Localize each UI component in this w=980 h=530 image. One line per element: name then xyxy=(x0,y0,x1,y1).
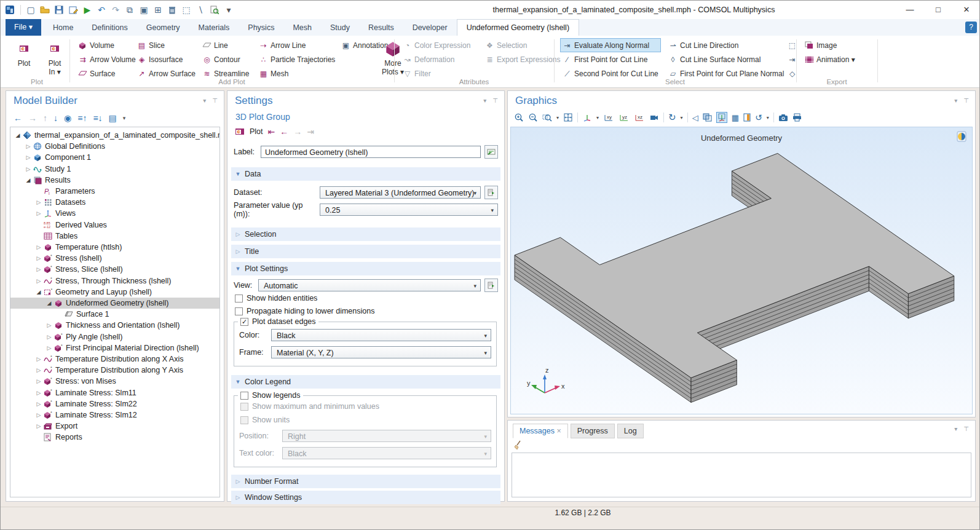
run-icon[interactable]: ▶ xyxy=(81,4,93,16)
section-color-legend[interactable]: ▼Color Legend xyxy=(231,375,500,389)
expand-icon[interactable]: ▷ xyxy=(35,390,42,396)
select-box-icon[interactable]: ⬚ xyxy=(180,4,192,16)
caret[interactable]: ▾ xyxy=(767,115,769,121)
expand-all-icon[interactable]: ≡↓ xyxy=(93,113,102,123)
tree-item-geometry-and-layup-lshell-[interactable]: ◢*Geometry and Layup (lshell) xyxy=(10,287,219,298)
move-down-icon[interactable]: ↓ xyxy=(53,113,58,123)
print-icon[interactable] xyxy=(792,113,802,122)
text-color-dropdown[interactable]: Black▾ xyxy=(282,447,491,459)
go-to-view-icon[interactable] xyxy=(484,279,498,292)
close-button[interactable]: ✕ xyxy=(952,1,980,19)
expand-icon[interactable]: ▷ xyxy=(35,244,42,250)
position-dropdown[interactable]: Right▾ xyxy=(282,430,491,442)
tab-geometry[interactable]: Geometry xyxy=(137,20,189,36)
ribbon-button-color-expression[interactable]: ◔Color Expression xyxy=(400,38,473,52)
reset-color-icon[interactable]: ↺ xyxy=(755,113,762,122)
model-tree-options-icon[interactable]: ▤ xyxy=(109,113,117,123)
expand-icon[interactable]: ▷ xyxy=(35,266,42,272)
ribbon-button-animation[interactable]: Animation ▾ xyxy=(802,52,858,66)
messages-tab-messages[interactable]: Messages × xyxy=(513,424,568,438)
tree-item-parameters[interactable]: PiParameters xyxy=(10,186,219,197)
show-units-checkbox[interactable]: Show units xyxy=(240,416,290,424)
tree-item-stress-von-mises[interactable]: ▷*Stress: von Mises xyxy=(10,376,219,387)
expand-icon[interactable]: ▷ xyxy=(25,143,32,149)
expand-icon[interactable]: ▷ xyxy=(35,423,42,429)
tab-home[interactable]: Home xyxy=(44,20,82,36)
panel-menu-caret[interactable]: ▾ xyxy=(203,97,206,104)
rename-icon[interactable] xyxy=(484,145,498,159)
app-logo[interactable] xyxy=(4,4,17,16)
messages-tab-progress[interactable]: Progress xyxy=(571,424,615,438)
tree-item-first-principal-material-direction-lshel[interactable]: ▷*First Principal Material Direction (ls… xyxy=(10,342,219,354)
grid-icon[interactable]: ▦ xyxy=(732,113,739,122)
tab-physics[interactable]: Physics xyxy=(239,20,283,36)
panel-menu-caret[interactable]: ▾ xyxy=(483,97,486,104)
tree-item-export[interactable]: ▷Export xyxy=(10,421,219,432)
tree-item-undeformed-geometry-lshell-[interactable]: ◢Undeformed Geometry (lshell) xyxy=(10,298,219,309)
pin-icon[interactable]: ⊤ xyxy=(492,97,498,104)
ribbon-button-particle-trajectories[interactable]: ∴Particle Trajectories xyxy=(256,52,338,66)
tree-item-stress-lshell-[interactable]: ▷*Stress (lshell) xyxy=(10,253,219,264)
edge-color-dropdown[interactable]: Black▾ xyxy=(271,329,491,341)
plot-dataset-edges-checkbox[interactable]: ✓Plot dataset edges xyxy=(238,317,318,326)
clear-icon[interactable]: ∖ xyxy=(194,4,207,16)
ribbon-button-line[interactable]: Line xyxy=(200,38,251,52)
paste-icon[interactable]: ▣ xyxy=(138,4,150,16)
collapse-icon[interactable]: ◢ xyxy=(14,132,22,138)
parameter-dropdown[interactable]: 0.25▾ xyxy=(320,204,498,216)
section-plot-settings[interactable]: ▼Plot Settings xyxy=(231,262,500,275)
show-hidden-entities-checkbox[interactable]: Show hidden entities xyxy=(235,294,317,303)
tree-item-results[interactable]: ◢Results xyxy=(10,175,219,186)
ribbon-button-arrow-volume[interactable]: ⇉Arrow Volume xyxy=(76,52,138,66)
clear-messages-icon[interactable] xyxy=(514,440,523,450)
tab-mesh[interactable]: Mesh xyxy=(283,20,321,36)
ribbon-button-isosurface[interactable]: ◈Isosurface xyxy=(135,52,198,66)
show-icon[interactable]: ◉ xyxy=(64,113,71,123)
forward-icon[interactable]: → xyxy=(28,113,37,123)
expand-icon[interactable]: ▷ xyxy=(35,401,42,407)
collapse-icon[interactable]: ◢ xyxy=(25,177,32,183)
file-menu-button[interactable]: File ▾ xyxy=(6,19,41,36)
undo-icon[interactable]: ↶ xyxy=(95,4,108,16)
view-xz-icon[interactable]: xz xyxy=(634,113,645,122)
tree-item-datasets[interactable]: ▷Datasets xyxy=(10,197,219,208)
expand-icon[interactable]: ▷ xyxy=(35,199,42,205)
section-title[interactable]: ▷Title xyxy=(231,245,500,258)
tab-study[interactable]: Study xyxy=(321,20,359,36)
tree-item-reports[interactable]: Reports xyxy=(10,432,219,443)
ribbon-button-image[interactable]: Image xyxy=(802,38,858,52)
save-as-icon[interactable] xyxy=(67,4,79,16)
maximize-button[interactable]: □ xyxy=(924,1,952,19)
view-dropdown[interactable]: Automatic▾ xyxy=(258,279,481,291)
close-tab-icon[interactable]: × xyxy=(555,427,561,435)
expand-icon[interactable]: ▷ xyxy=(35,378,42,384)
section-window-settings[interactable]: ▷Window Settings xyxy=(231,491,500,504)
go-previous-icon[interactable]: ← xyxy=(280,127,288,136)
graphics-canvas[interactable]: Undeformed Geometry z y x xyxy=(510,127,973,414)
go-to-source-icon[interactable] xyxy=(484,186,498,199)
tree-item-views[interactable]: ▷Views xyxy=(10,208,219,219)
hide-icon[interactable]: ◁ xyxy=(692,113,698,122)
ribbon-button-slice[interactable]: ▤Slice xyxy=(135,38,198,52)
caret[interactable]: ▾ xyxy=(681,115,683,121)
tree-item-thermal-expansion-of-a-laminated-composi[interactable]: ◢thermal_expansion_of_a_laminated_compos… xyxy=(10,130,219,141)
panel-menu-caret[interactable]: ▾ xyxy=(954,97,957,104)
ribbon-button-arrow-line[interactable]: ⇢Arrow Line xyxy=(256,38,338,52)
tree-item-derived-values[interactable]: 8.85e-12Derived Values xyxy=(10,220,219,231)
collapse-icon[interactable]: ◢ xyxy=(35,289,42,295)
expand-icon[interactable]: ▷ xyxy=(35,255,42,261)
ribbon-button-plot[interactable]: Plot xyxy=(9,38,39,68)
snapshot-icon[interactable] xyxy=(778,114,788,122)
caret[interactable]: ▾ xyxy=(596,115,599,121)
expand-icon[interactable]: ▷ xyxy=(35,210,42,216)
go-last-icon[interactable]: ⇥ xyxy=(307,127,314,136)
expand-icon[interactable]: ▷ xyxy=(35,412,42,418)
redo-icon[interactable]: ↷ xyxy=(109,4,122,16)
delete-icon[interactable] xyxy=(166,4,178,16)
expand-icon[interactable]: ▷ xyxy=(35,356,42,362)
scene-light-toggle[interactable] xyxy=(716,112,727,123)
tree-item-laminate-stress-slm11[interactable]: ▷*Laminate Stress: Slm11 xyxy=(10,387,219,398)
zoom-box-icon[interactable] xyxy=(542,113,552,122)
ribbon-button-plot-in-[interactable]: PlotIn ▾ xyxy=(40,38,69,76)
propagate-hiding-checkbox[interactable]: Propagate hiding to lower dimensions xyxy=(235,307,374,315)
